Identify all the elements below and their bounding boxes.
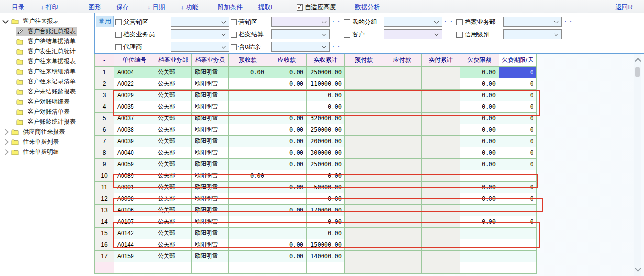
cell-row-number[interactable]: 3 xyxy=(95,90,114,101)
cell-payable[interactable] xyxy=(383,124,422,136)
cell-overdue-days[interactable]: 0 xyxy=(499,193,537,205)
cell-unit-code[interactable]: A0107 xyxy=(114,216,155,228)
cell-archive-clerk[interactable]: 欧阳明雪 xyxy=(192,147,229,159)
cell-credit-limit[interactable] xyxy=(460,239,499,251)
return-button[interactable]: 返回R xyxy=(616,3,633,12)
cell-paid-total[interactable] xyxy=(422,90,460,101)
column-header-unit-code[interactable]: 单位编号 xyxy=(114,54,155,67)
chevron-right-icon[interactable] xyxy=(2,149,9,155)
toolbar-item-save[interactable]: 保存 xyxy=(116,3,129,12)
toolbar-item-date[interactable]: ↓日期 xyxy=(147,3,165,12)
cell-unit-code[interactable]: A0029 xyxy=(114,90,155,101)
toolbar-item-graph[interactable]: 图形 xyxy=(89,3,101,12)
toolbar-item-extra-conditions[interactable]: 附加条件 xyxy=(218,3,243,12)
cell-archive-dept[interactable]: 公关部 xyxy=(155,193,192,205)
cell-overdue-days[interactable]: 0 xyxy=(499,67,537,78)
cell-receivable[interactable]: 0.00 xyxy=(267,159,307,170)
cell-receivable[interactable] xyxy=(267,101,307,113)
cell-unit-code[interactable]: A0142 xyxy=(114,228,155,239)
tree-item-1[interactable]: 客户台账汇总报表 xyxy=(0,26,94,36)
tree-item-0[interactable]: 客户往来报表 xyxy=(0,16,94,26)
cell-pre-payment[interactable] xyxy=(345,147,383,159)
cell-paid-total[interactable] xyxy=(422,159,460,170)
cell-unit-code[interactable]: A0004 xyxy=(114,67,155,78)
cell-pre-receipt[interactable] xyxy=(229,147,267,159)
tree-item-6[interactable]: 客户往来记录清单 xyxy=(0,77,94,87)
cell-pre-payment[interactable] xyxy=(345,90,383,101)
cell-unit-code[interactable]: A0039 xyxy=(114,136,155,147)
cell-row-number[interactable]: 4 xyxy=(95,101,114,113)
cell-row-number[interactable]: 2 xyxy=(95,78,114,90)
cell-overdue-days[interactable]: 0 xyxy=(499,136,537,147)
cell-row-number[interactable]: 8 xyxy=(95,147,114,159)
cell-credit-limit[interactable]: 0.00 xyxy=(460,124,499,136)
cell-overdue-days[interactable]: 0 xyxy=(499,147,537,159)
cell-received-total[interactable]: 140000.00 xyxy=(307,251,345,262)
cell-archive-dept[interactable]: 公关部 xyxy=(155,170,192,182)
cell-received-total[interactable]: 110000.00 xyxy=(307,78,345,90)
cell-archive-clerk[interactable]: 欧阳明雪 xyxy=(192,182,229,193)
cell-paid-total[interactable] xyxy=(422,239,460,251)
toolbar-item-function[interactable]: ↓功能 xyxy=(181,3,199,12)
cell-payable[interactable] xyxy=(383,239,422,251)
cell-pre-receipt[interactable] xyxy=(229,113,267,124)
cell-pre-receipt[interactable] xyxy=(229,90,267,101)
cell-received-total[interactable]: 0.00 xyxy=(307,90,345,101)
cell-overdue-days[interactable] xyxy=(499,251,537,262)
checkbox-icon[interactable] xyxy=(231,19,237,25)
cell-overdue-days[interactable]: 0 xyxy=(499,159,537,170)
cell-pre-payment[interactable] xyxy=(345,216,383,228)
checkbox-icon[interactable] xyxy=(231,32,237,38)
cell-archive-clerk[interactable]: 欧阳明雪 xyxy=(192,228,229,239)
cell-payable[interactable] xyxy=(383,205,422,216)
cell-received-total[interactable]: 150000.00 xyxy=(307,239,345,251)
cell-credit-limit[interactable] xyxy=(460,262,499,274)
cell-receivable[interactable]: 0.00 xyxy=(267,182,307,193)
cell-payable[interactable] xyxy=(383,113,422,124)
tree-item-7[interactable]: 客户未结账龄报表 xyxy=(0,87,94,97)
cell-paid-total[interactable] xyxy=(422,228,460,239)
cell-row-number[interactable]: 13 xyxy=(95,205,114,216)
column-header-pre-payment[interactable]: 预付款 xyxy=(345,54,383,67)
cell-pre-payment[interactable] xyxy=(345,113,383,124)
cell-paid-total[interactable] xyxy=(422,262,460,274)
filter-dropdown-2-1[interactable] xyxy=(271,42,330,52)
cell-pre-payment[interactable] xyxy=(345,193,383,205)
filter-dropdown-1-1[interactable] xyxy=(271,29,330,39)
cell-archive-clerk[interactable]: 欧阳明雪 xyxy=(192,205,229,216)
cell-archive-dept[interactable]: 公关部 xyxy=(155,67,192,78)
cell-overdue-days[interactable]: 0 xyxy=(499,124,537,136)
tree-item-3[interactable]: 客户发生汇总统计 xyxy=(0,46,94,57)
cell-receivable[interactable] xyxy=(267,90,307,101)
cell-overdue-days[interactable] xyxy=(499,170,537,182)
cell-overdue-days[interactable]: 0 xyxy=(499,78,537,90)
cell-paid-total[interactable] xyxy=(422,78,460,90)
cell-overdue-days[interactable]: 0 xyxy=(499,182,537,193)
cell-paid-total[interactable] xyxy=(422,67,460,78)
cell-credit-limit[interactable]: 0.00 xyxy=(460,67,499,78)
cell-archive-clerk[interactable]: 欧阳明雪 xyxy=(192,101,229,113)
column-header-overdue-days[interactable]: 欠费期限/天 xyxy=(499,54,537,67)
filter-browse-dots[interactable]: · · xyxy=(445,31,453,37)
cell-receivable[interactable] xyxy=(267,193,307,205)
cell-pre-receipt[interactable]: 0.00 xyxy=(229,170,267,182)
cell-credit-limit[interactable]: 0.00 xyxy=(460,147,499,159)
cell-archive-dept[interactable]: 公关部 xyxy=(155,78,192,90)
cell-received-total[interactable]: 0.00 xyxy=(307,193,345,205)
cell-pre-payment[interactable] xyxy=(345,67,383,78)
cell-credit-limit[interactable]: 0.00 xyxy=(460,216,499,228)
scroll-up-icon[interactable] xyxy=(635,58,641,64)
cell-paid-total[interactable] xyxy=(422,216,460,228)
cell-archive-clerk[interactable] xyxy=(192,262,229,274)
cell-receivable[interactable]: 0.00 xyxy=(267,205,307,216)
cell-overdue-days[interactable] xyxy=(499,262,537,274)
cell-archive-clerk[interactable]: 欧阳明雪 xyxy=(192,170,229,182)
checkbox-icon[interactable] xyxy=(115,44,122,50)
cell-row-number[interactable] xyxy=(95,262,114,274)
cell-archive-dept[interactable]: 公关部 xyxy=(155,136,192,147)
cell-pre-payment[interactable] xyxy=(345,262,383,274)
cell-receivable[interactable]: 0.00 xyxy=(267,147,307,159)
cell-pre-payment[interactable] xyxy=(345,182,383,193)
cell-payable[interactable] xyxy=(383,78,422,90)
column-header-archive-clerk[interactable]: 档案业务员 xyxy=(192,54,229,67)
